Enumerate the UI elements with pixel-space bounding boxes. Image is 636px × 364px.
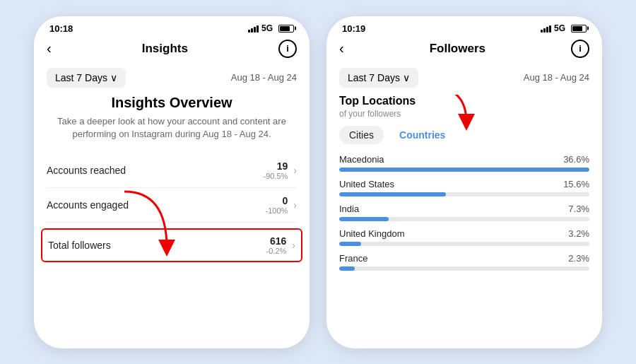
tab-cities[interactable]: Cities xyxy=(339,126,384,144)
tab-countries[interactable]: Countries xyxy=(389,126,455,144)
chevron-down-icon-left: ∨ xyxy=(110,72,117,83)
country-row-us: United States 15.6% xyxy=(339,179,589,196)
country-name: France xyxy=(339,253,367,264)
date-range-left: Aug 18 - Aug 24 xyxy=(231,72,297,83)
date-range-right: Aug 18 - Aug 24 xyxy=(524,72,589,83)
country-row-uk: United Kingdom 3.2% xyxy=(339,228,589,246)
nav-bar-right: ‹ Followers i xyxy=(326,37,602,64)
time-right: 10:19 xyxy=(342,23,365,34)
bar-fill xyxy=(339,192,446,196)
signal-icon-left xyxy=(248,24,259,33)
stat-label: Total followers xyxy=(48,240,111,251)
bar-fill xyxy=(339,168,589,172)
bar-track xyxy=(339,242,589,246)
country-pct: 36.6% xyxy=(563,154,589,165)
stats-list: Accounts reached 19 -90.5% › Accounts en… xyxy=(47,153,297,262)
info-button-right[interactable]: i xyxy=(571,40,589,58)
battery-icon-right xyxy=(568,25,587,33)
back-button-right[interactable]: ‹ xyxy=(339,40,344,57)
chevron-right-icon: › xyxy=(292,240,295,251)
date-filter-right[interactable]: Last 7 Days ∨ xyxy=(339,68,418,88)
right-phone: 10:19 5G ‹ Followers i Last 7 Days ∨ Aug xyxy=(326,16,602,348)
date-filter-left[interactable]: Last 7 Days ∨ xyxy=(47,68,126,88)
stat-right: 616 -0.2% › xyxy=(266,235,295,255)
stat-value-block: 19 -90.5% xyxy=(263,160,288,180)
chevron-right-icon: › xyxy=(293,199,297,211)
info-button-left[interactable]: i xyxy=(278,40,297,58)
bar-track xyxy=(339,192,589,196)
country-name: Macedonia xyxy=(339,154,384,165)
stat-value: 616 xyxy=(266,235,287,247)
country-row-india: India 7.3% xyxy=(339,204,589,221)
country-name: United Kingdom xyxy=(339,228,405,239)
stat-label: Accounts engaged xyxy=(47,199,129,211)
country-pct: 2.3% xyxy=(568,253,589,264)
bar-track xyxy=(339,168,589,172)
back-button-left[interactable]: ‹ xyxy=(47,40,52,57)
left-phone: 10:18 5G ‹ Insights i Last 7 Days ∨ Aug … xyxy=(34,16,310,348)
stat-change: -90.5% xyxy=(263,172,288,180)
country-pct: 3.2% xyxy=(568,228,589,239)
country-name: India xyxy=(339,204,359,214)
bar-fill xyxy=(339,266,355,271)
battery-icon-left xyxy=(276,25,294,33)
country-pct: 7.3% xyxy=(568,204,589,214)
network-right: 5G xyxy=(554,23,565,33)
nav-bar-left: ‹ Insights i xyxy=(34,37,310,64)
signal-icon-right xyxy=(541,24,551,33)
section-title: Top Locations xyxy=(339,95,589,107)
stat-label: Accounts reached xyxy=(47,165,126,176)
country-pct: 15.6% xyxy=(563,179,589,189)
status-bar-right: 10:19 5G xyxy=(326,16,602,37)
stat-right: 0 -100% › xyxy=(266,195,297,215)
chevron-right-icon: › xyxy=(293,165,297,176)
time-left: 10:18 xyxy=(49,23,73,34)
section-subtitle: of your followers xyxy=(339,109,589,119)
stat-change: -0.2% xyxy=(266,247,287,255)
stat-row-accounts-engaged[interactable]: Accounts engaged 0 -100% › xyxy=(47,188,297,223)
status-bar-left: 10:18 5G xyxy=(34,16,310,37)
filter-row-left: Last 7 Days ∨ Aug 18 - Aug 24 xyxy=(34,64,310,95)
stat-row-accounts-reached[interactable]: Accounts reached 19 -90.5% › xyxy=(47,153,297,188)
stat-value: 19 xyxy=(263,160,288,172)
chevron-down-icon-right: ∨ xyxy=(403,72,410,83)
country-name: United States xyxy=(339,179,394,189)
stat-value: 0 xyxy=(266,195,288,206)
bar-track xyxy=(339,217,589,221)
content-left: Insights Overview Take a deeper look at … xyxy=(34,95,310,348)
country-row-france: France 2.3% xyxy=(339,253,589,271)
stat-change: -100% xyxy=(266,206,288,215)
stat-row-total-followers[interactable]: Total followers 616 -0.2% › xyxy=(41,228,302,262)
content-right: Top Locations of your followers Cities C… xyxy=(326,95,602,348)
bar-fill xyxy=(339,242,361,246)
status-icons-right: 5G xyxy=(541,23,587,33)
bar-track xyxy=(339,266,589,271)
overview-title: Insights Overview xyxy=(47,95,297,111)
stat-value-block: 0 -100% xyxy=(266,195,288,215)
location-tabs: Cities Countries xyxy=(339,126,589,144)
network-left: 5G xyxy=(261,23,273,33)
status-icons-left: 5G xyxy=(248,23,294,33)
country-row-macedonia: Macedonia 36.6% xyxy=(339,154,589,172)
overview-desc: Take a deeper look at how your account a… xyxy=(47,115,297,141)
stat-right: 19 -90.5% › xyxy=(263,160,297,180)
bar-fill xyxy=(339,217,389,221)
stat-value-block: 616 -0.2% xyxy=(266,235,287,255)
filter-row-right: Last 7 Days ∨ Aug 18 - Aug 24 xyxy=(326,64,602,95)
countries-list: Macedonia 36.6% United States 15.6% xyxy=(339,154,589,271)
page-title-right: Followers xyxy=(430,42,485,56)
page-title-left: Insights xyxy=(142,42,188,56)
